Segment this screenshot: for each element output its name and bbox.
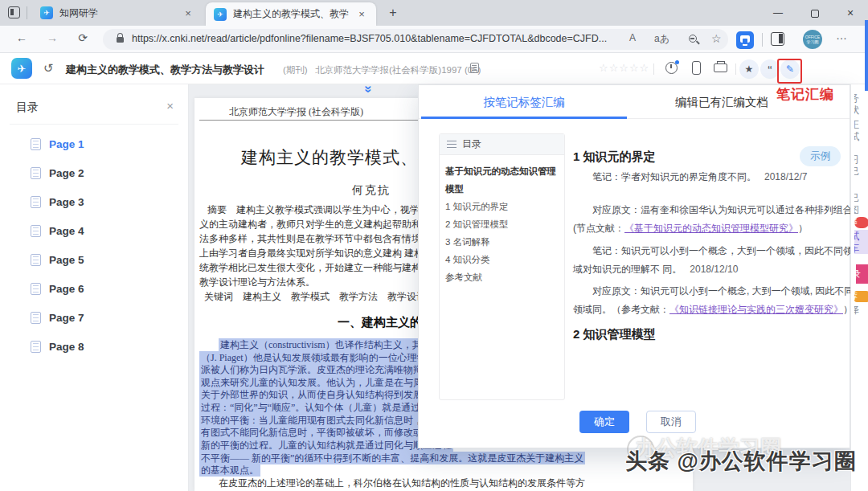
rail-button[interactable]: 正 xyxy=(854,118,868,130)
divider xyxy=(27,6,27,19)
highlighted-line: 建构主义（constructivism）也译作结构主义，其最早 xyxy=(219,338,443,352)
rail-badge[interactable]: 译 xyxy=(854,217,868,228)
quote-line: (节点文献：《基于知识元的动态知识管理模型研究》） xyxy=(573,222,808,235)
cnki-app-logo: ✈ xyxy=(11,58,32,79)
toc-item[interactable]: 基于知识元的动态知识管理模型 xyxy=(445,162,559,198)
linked-document[interactable]: 《基于知识元的动态知识管理模型研究》 xyxy=(624,223,798,234)
print-icon[interactable] xyxy=(714,63,727,72)
tab-close-icon[interactable]: × xyxy=(182,7,194,19)
sidebar-item-page7[interactable]: Page 7 xyxy=(31,312,84,324)
collections-icon[interactable] xyxy=(736,31,754,49)
reader-back-icon[interactable]: ↺ xyxy=(43,61,54,76)
sidebar-item-page2[interactable]: Page 2 xyxy=(31,167,84,179)
sidebar-item-page8[interactable]: Page 8 xyxy=(31,341,84,353)
toc-item[interactable]: 3 名词解释 xyxy=(445,233,559,251)
page-icon xyxy=(31,312,41,324)
rating-stars[interactable]: ☆☆☆☆☆ xyxy=(599,62,649,74)
window-close-button[interactable]: × xyxy=(834,0,866,26)
tab-article[interactable]: ✈ 建构主义的教学模式、教学方法 × xyxy=(206,2,376,26)
page-icon xyxy=(31,167,41,179)
rail-button[interactable]: 习 xyxy=(854,153,868,165)
sidebar-item-page4[interactable]: Page 4 xyxy=(31,225,84,237)
page-icon xyxy=(31,196,41,208)
tab-bar: ✈ 知网研学 × ✈ 建构主义的教学模式、教学方法 × + — × xyxy=(0,0,868,26)
back-button[interactable]: ← xyxy=(13,31,31,47)
tab-cnki-yanxue[interactable]: ✈ 知网研学 × xyxy=(32,0,203,26)
tab-compile-by-label[interactable]: 按笔记标签汇编 xyxy=(419,85,629,119)
keywords-line: 关键词 建构主义 教学模式 教学方法 教学设计 xyxy=(204,290,426,304)
toc-item[interactable]: 参考文献 xyxy=(445,268,559,286)
clipboard-icon[interactable] xyxy=(470,63,479,73)
history-icon[interactable] xyxy=(665,62,678,74)
right-tool-rail: 务 状 正 试 习 已 已 图 译 试 车 录 荐 泽 xyxy=(850,84,868,491)
panel-toc-list: 基于知识元的动态知识管理模型 1 知识元的界定 2 知识管理模型 3 名词解释 … xyxy=(440,155,564,293)
new-tab-button[interactable]: + xyxy=(384,4,402,22)
sidebar-item-page5[interactable]: Page 5 xyxy=(31,254,84,266)
tab-actions-icon[interactable] xyxy=(8,6,20,18)
zoom-out-icon[interactable] xyxy=(689,35,697,43)
profile-avatar[interactable]: OFFICE 学习圈 xyxy=(803,30,822,49)
refresh-button[interactable]: ⟳ xyxy=(74,31,92,47)
abstract-line: 法多种多样，其共性则是在教学环节中都包含有情境创 xyxy=(199,232,431,246)
highlighted-line: 过程：“同化”与“顺应”。认知个体（儿童）就是通过同化 xyxy=(199,401,441,415)
highlighted-line: 关于外部世界的知识，从而使自身认知结构得到发展。儿童 xyxy=(199,388,453,402)
page-label: Page 7 xyxy=(49,312,84,324)
translate-icon[interactable]: aあ xyxy=(654,32,669,46)
favorite-button[interactable]: ★ xyxy=(739,59,759,79)
example-badge: 示例 xyxy=(800,146,841,166)
window-maximize-button[interactable] xyxy=(799,0,831,26)
linked-document[interactable]: 《知识链接理论与实践的三次嬗变研究》 xyxy=(669,304,843,315)
note-compile-panel: 按笔记标签汇编 编辑已有汇编文档 目录 基于知识元的动态知识管理模型 1 知识元… xyxy=(418,84,850,448)
rail-button[interactable]: 已 xyxy=(854,191,868,203)
url-field[interactable]: https://x.cnki.net/read/article/pdfonlin… xyxy=(103,29,728,50)
sidebar-item-page1[interactable]: Page 1 xyxy=(31,138,84,150)
mobile-icon[interactable] xyxy=(692,61,701,75)
note-section-heading-1: 1 知识元的界定 xyxy=(573,149,656,165)
rail-button[interactable]: 试 xyxy=(854,130,868,142)
toc-sidebar-title: 目录 xyxy=(16,100,39,115)
toc-item[interactable]: 4 知识分类 xyxy=(445,251,559,268)
panel-toc-card: 目录 基于知识元的动态知识管理模型 1 知识元的界定 2 知识管理模型 3 名词… xyxy=(439,133,565,400)
quote-line: 对应原文：知识元可以小到一个概念, 大到一个领域, 因此不同 xyxy=(592,284,854,298)
list-icon xyxy=(447,141,457,149)
rail-button[interactable]: 车 xyxy=(854,242,868,254)
rail-badge[interactable]: 荐 xyxy=(854,291,868,302)
abstract-line: 统教学相比已发生很大变化，开始建立一种能与建构主 xyxy=(199,261,431,275)
rail-button[interactable]: 务 xyxy=(854,92,868,104)
sidebar-item-page3[interactable]: Page 3 xyxy=(31,196,84,208)
rail-button[interactable]: 试 xyxy=(854,230,868,242)
rail-button[interactable]: 图 xyxy=(854,203,868,215)
toc-close-icon[interactable]: × xyxy=(166,99,174,113)
toc-item[interactable]: 1 知识元的界定 xyxy=(445,198,559,215)
rail-button[interactable]: 录 xyxy=(856,264,868,284)
highlighted-line: 新的平衡的过程。儿童的认知结构就是通过同化与顺应过程 xyxy=(199,439,453,452)
toc-item[interactable]: 2 知识管理模型 xyxy=(445,215,559,233)
tab-close-icon[interactable]: × xyxy=(355,8,368,20)
watermark-text: 头条 @办公软件学习圈 xyxy=(625,447,857,476)
forward-button[interactable]: → xyxy=(43,31,61,47)
page-icon xyxy=(31,283,41,295)
read-aloud-icon[interactable]: A xyxy=(629,32,636,43)
collapse-chevron-icon[interactable]: « xyxy=(359,85,375,92)
rail-button[interactable]: 泽 xyxy=(854,304,868,316)
maximize-icon xyxy=(811,10,819,18)
scrollbar-thumb[interactable] xyxy=(865,20,868,91)
tab-title: 知网研学 xyxy=(59,6,175,20)
divider xyxy=(762,33,763,47)
abstract-line: 摘要 建构主义教学模式强调以学生为中心，视学 xyxy=(207,203,420,217)
confirm-button[interactable]: 确定 xyxy=(579,411,629,433)
rail-button[interactable]: 已 xyxy=(854,165,868,177)
paragraph-line: 在皮亚杰的上述理论的基础上，科尔伯格在认知结构的性质与认知结构的发展条件等方 xyxy=(219,477,585,490)
sidebar-item-page6[interactable]: Page 6 xyxy=(31,283,84,295)
sidebar-toggle-icon[interactable] xyxy=(771,32,784,46)
quote-line: 领域同。（参考文献：《知识链接理论与实践的三次嬗变研究》） xyxy=(573,303,853,317)
cancel-button[interactable]: 取消 xyxy=(646,411,696,433)
lock-icon xyxy=(117,37,124,43)
rail-button[interactable]: 状 xyxy=(854,104,868,116)
favorite-star-icon[interactable]: ☆ xyxy=(711,32,722,45)
window-minimize-button[interactable]: — xyxy=(762,0,794,26)
red-annotation-text: 笔记汇编 xyxy=(776,85,834,104)
browser-more-icon[interactable]: … xyxy=(836,29,848,42)
abstract-line: 上由学习者自身最终实现对所学知识的意义建构 建构 xyxy=(199,247,424,260)
url-text[interactable]: https://x.cnki.net/read/article/pdfonlin… xyxy=(132,33,607,44)
